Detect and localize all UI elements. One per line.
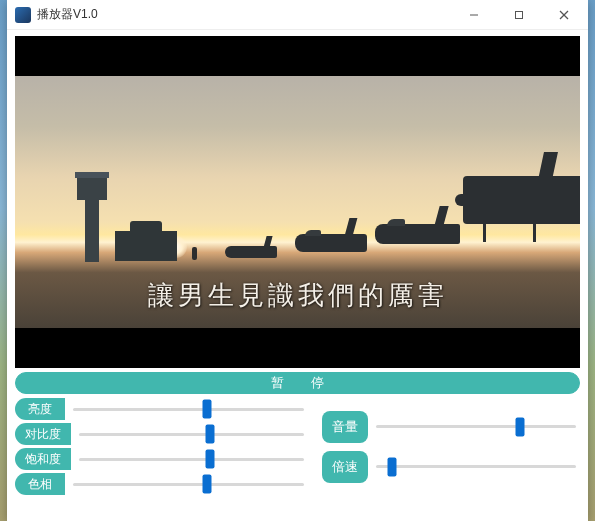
control-对比度: 对比度 [15, 423, 308, 445]
control-label: 饱和度 [15, 448, 71, 470]
control-饱和度: 饱和度 [15, 448, 308, 470]
control-音量: 音量 [322, 411, 580, 443]
slider-对比度[interactable] [71, 423, 308, 445]
video-viewport[interactable]: 讓男生見識我們的厲害 [15, 36, 580, 368]
pause-button[interactable]: 暂 停 [15, 372, 580, 394]
slider-色相[interactable] [65, 473, 308, 495]
video-subtitle: 讓男生見識我們的厲害 [15, 278, 580, 313]
window-buttons [451, 1, 586, 29]
control-label: 色相 [15, 473, 65, 495]
titlebar: 播放器V1.0 [7, 0, 588, 30]
control-色相: 色相 [15, 473, 308, 495]
video-frame: 讓男生見識我們的厲害 [15, 76, 580, 328]
app-window: 播放器V1.0 讓男生見識我們的厲害 暂 停 亮度对比度饱和度色相 音量倍速 [7, 0, 588, 521]
control-label: 亮度 [15, 398, 65, 420]
maximize-button[interactable] [496, 1, 541, 29]
minimize-button[interactable] [451, 1, 496, 29]
slider-亮度[interactable] [65, 398, 308, 420]
svg-rect-1 [515, 11, 522, 18]
slider-饱和度[interactable] [71, 448, 308, 470]
control-倍速: 倍速 [322, 451, 580, 483]
control-label: 音量 [322, 411, 368, 443]
app-icon [15, 7, 31, 23]
control-label: 倍速 [322, 451, 368, 483]
slider-倍速[interactable] [368, 451, 580, 483]
window-title: 播放器V1.0 [37, 6, 451, 23]
close-button[interactable] [541, 1, 586, 29]
control-亮度: 亮度 [15, 398, 308, 420]
slider-音量[interactable] [368, 411, 580, 443]
controls-panel: 暂 停 亮度对比度饱和度色相 音量倍速 [7, 372, 588, 503]
control-label: 对比度 [15, 423, 71, 445]
